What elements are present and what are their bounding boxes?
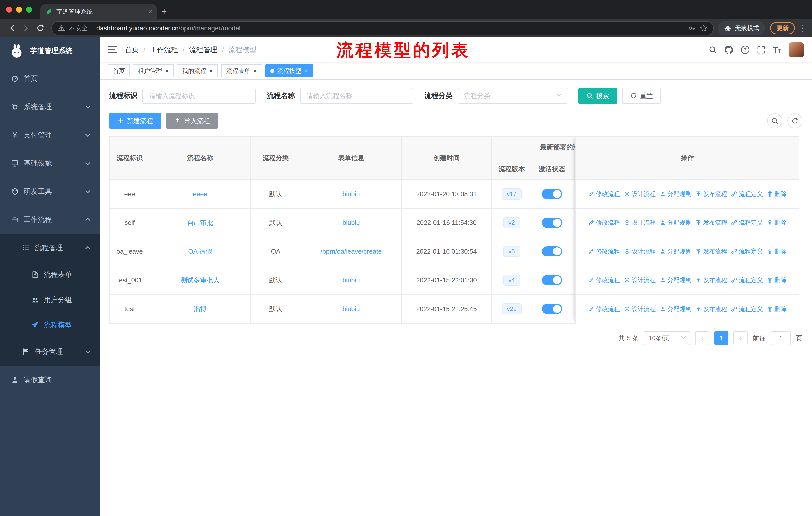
password-key-icon[interactable]	[688, 24, 696, 32]
publish-process-link[interactable]: 发布流程	[695, 190, 727, 198]
modify-process-link[interactable]: 修改流程	[588, 276, 620, 284]
bookmark-star-icon[interactable]	[700, 24, 707, 32]
sidebar-item-payment[interactable]: 支付管理	[0, 121, 100, 149]
sidebar-item-infrastructure[interactable]: 基础设施	[0, 149, 100, 178]
assign-rule-link[interactable]: 分配规则	[660, 247, 691, 255]
close-icon[interactable]: ×	[209, 67, 213, 74]
process-key-input[interactable]	[142, 88, 256, 104]
sidebar-item-user-group[interactable]: 用户分组	[0, 287, 100, 313]
design-process-link[interactable]: 设计流程	[624, 247, 656, 255]
process-name-link[interactable]: 自己审批	[187, 219, 213, 226]
toolbar-refresh-button[interactable]	[787, 113, 803, 129]
back-icon[interactable]	[5, 21, 19, 35]
assign-rule-link[interactable]: 分配规则	[660, 305, 691, 313]
window-minimize-button[interactable]	[16, 6, 22, 12]
font-size-icon[interactable]: TT	[773, 45, 781, 55]
active-toggle[interactable]	[542, 189, 562, 199]
create-process-button[interactable]: 新建流程	[109, 113, 161, 129]
sidebar-item-process-model[interactable]: 流程模型	[0, 313, 100, 337]
design-process-link[interactable]: 设计流程	[624, 190, 656, 198]
prev-page-button[interactable]: ‹	[695, 331, 709, 345]
form-info-link[interactable]: /bpm/oa/leave/create	[321, 248, 382, 255]
publish-process-link[interactable]: 发布流程	[695, 276, 727, 284]
forward-icon[interactable]	[19, 21, 33, 35]
current-page-button[interactable]: 1	[714, 331, 728, 345]
active-toggle[interactable]	[542, 218, 562, 228]
breadcrumb-process-management[interactable]: 流程管理	[189, 45, 218, 55]
sidebar-item-process-form[interactable]: 流程表单	[0, 262, 100, 287]
window-close-button[interactable]	[6, 6, 12, 12]
active-toggle[interactable]	[542, 304, 562, 314]
sidebar-item-task-management[interactable]: 任务管理	[0, 337, 100, 366]
sidebar-item-system[interactable]: 系统管理	[0, 93, 100, 121]
fullscreen-icon[interactable]	[757, 46, 765, 54]
close-icon[interactable]: ×	[253, 67, 257, 74]
process-definition-link[interactable]: 流程定义	[731, 305, 763, 313]
close-icon[interactable]: ×	[165, 67, 169, 74]
next-page-button[interactable]: ›	[733, 331, 748, 345]
sidebar-item-home[interactable]: 首页	[0, 64, 100, 93]
process-name-link[interactable]: OA 请假	[188, 248, 212, 255]
process-definition-link[interactable]: 流程定义	[731, 247, 763, 255]
assign-rule-link[interactable]: 分配规则	[660, 190, 691, 198]
breadcrumb-workflow[interactable]: 工作流程	[150, 45, 178, 55]
process-name-link[interactable]: eeee	[193, 190, 207, 198]
process-definition-link[interactable]: 流程定义	[731, 219, 763, 227]
tag-tenant[interactable]: 租户管理×	[133, 64, 174, 77]
tag-process-form[interactable]: 流程表单×	[221, 64, 262, 77]
import-process-button[interactable]: 导入流程	[166, 113, 218, 129]
tag-my-process[interactable]: 我的流程×	[177, 64, 218, 77]
delete-link[interactable]: 删除	[767, 247, 787, 255]
search-icon[interactable]	[708, 46, 717, 54]
tab-close-icon[interactable]: ×	[148, 8, 152, 15]
reload-icon[interactable]	[33, 21, 47, 35]
publish-process-link[interactable]: 发布流程	[695, 247, 727, 255]
new-tab-button[interactable]: +	[157, 4, 171, 19]
url-text[interactable]: dashboard.yudao.iocoder.cn/bpm/manager/m…	[96, 24, 684, 32]
process-name-link[interactable]: 测试多审批人	[180, 276, 220, 284]
browser-tab[interactable]: 芋道管理系统 ×	[40, 4, 157, 19]
sidebar-item-devtools[interactable]: 研发工具	[0, 178, 100, 206]
sidebar-item-process-management[interactable]: 流程管理	[0, 234, 100, 262]
design-process-link[interactable]: 设计流程	[624, 219, 656, 227]
window-zoom-button[interactable]	[26, 6, 32, 12]
close-icon[interactable]: ×	[304, 67, 308, 74]
breadcrumb-home[interactable]: 首页	[125, 45, 139, 55]
modify-process-link[interactable]: 修改流程	[588, 247, 620, 255]
design-process-link[interactable]: 设计流程	[624, 276, 656, 284]
sidebar-item-leave-query[interactable]: 请假查询	[0, 366, 100, 394]
help-icon[interactable]: ?	[741, 46, 749, 54]
process-name-link[interactable]: 滔博	[194, 305, 207, 313]
delete-link[interactable]: 删除	[767, 276, 787, 284]
active-toggle[interactable]	[542, 275, 562, 285]
tag-home[interactable]: 首页	[108, 64, 130, 77]
form-info-link[interactable]: biubiu	[342, 305, 360, 313]
reset-button[interactable]: 重置	[622, 88, 661, 104]
process-definition-link[interactable]: 流程定义	[731, 190, 763, 198]
search-button[interactable]: 搜索	[578, 88, 617, 104]
toolbar-search-button[interactable]	[767, 113, 782, 129]
delete-link[interactable]: 删除	[767, 305, 787, 313]
modify-process-link[interactable]: 修改流程	[588, 219, 620, 227]
form-info-link[interactable]: biubiu	[342, 190, 360, 198]
goto-page-input[interactable]	[771, 331, 791, 345]
avatar[interactable]	[789, 42, 804, 57]
design-process-link[interactable]: 设计流程	[624, 305, 656, 313]
browser-menu-icon[interactable]: ⋮	[799, 24, 807, 33]
delete-link[interactable]: 删除	[767, 219, 787, 227]
form-info-link[interactable]: biubiu	[342, 219, 360, 226]
tag-process-model[interactable]: 流程模型×	[265, 64, 313, 77]
publish-process-link[interactable]: 发布流程	[695, 219, 727, 227]
page-size-select[interactable]: 10条/页	[644, 331, 690, 345]
assign-rule-link[interactable]: 分配规则	[660, 219, 691, 227]
modify-process-link[interactable]: 修改流程	[588, 190, 620, 198]
hamburger-icon[interactable]	[108, 45, 118, 55]
delete-link[interactable]: 删除	[767, 190, 787, 198]
process-definition-link[interactable]: 流程定义	[731, 276, 763, 284]
security-label[interactable]: 不安全	[69, 24, 88, 32]
github-icon[interactable]	[725, 46, 733, 54]
process-name-input[interactable]	[300, 88, 413, 104]
active-toggle[interactable]	[542, 246, 562, 256]
modify-process-link[interactable]: 修改流程	[588, 305, 620, 313]
publish-process-link[interactable]: 发布流程	[695, 305, 727, 313]
